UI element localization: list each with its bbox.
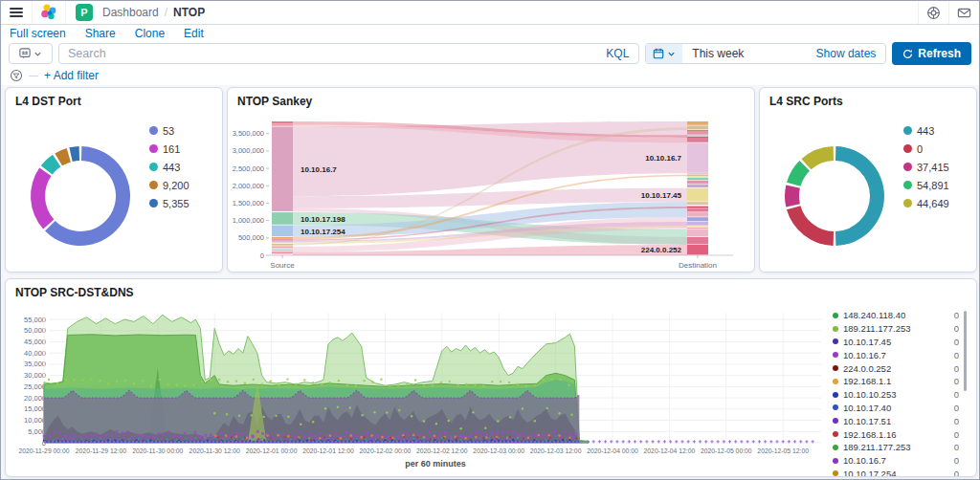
filter-options-icon[interactable]: [10, 69, 23, 82]
legend-item[interactable]: 148.240.118.400: [833, 309, 959, 322]
sankey-node[interactable]: [687, 135, 708, 136]
sankey-node[interactable]: [272, 247, 293, 248]
sankey-node[interactable]: [272, 124, 293, 125]
sankey-node[interactable]: [687, 226, 708, 227]
donut-slice-5,355[interactable]: [69, 146, 79, 162]
add-filter-button[interactable]: + Add filter: [44, 69, 99, 82]
donut-slice-54,891[interactable]: [787, 161, 810, 186]
sankey-node[interactable]: [687, 222, 708, 226]
sankey-node[interactable]: [272, 212, 293, 225]
newsfeed-button[interactable]: [948, 1, 979, 24]
nav-menu-button[interactable]: [1, 1, 32, 24]
legend-item[interactable]: 53: [149, 121, 189, 140]
legend-item[interactable]: 44,649: [903, 194, 949, 212]
full-screen-button[interactable]: Full screen: [10, 27, 66, 40]
sankey-node[interactable]: [272, 226, 293, 237]
legend-item[interactable]: 10.10.17.510: [833, 414, 959, 427]
sankey-node[interactable]: [687, 173, 708, 174]
legend-dot-icon: [833, 470, 838, 476]
sankey-node[interactable]: [272, 242, 293, 243]
clone-button[interactable]: Clone: [135, 27, 165, 40]
legend-item[interactable]: 37,415: [903, 158, 949, 176]
donut-slice-0[interactable]: [787, 206, 834, 246]
space-avatar[interactable]: P: [76, 4, 93, 21]
legend-label: 10.10.10.253: [843, 389, 896, 400]
sankey-node[interactable]: [687, 125, 708, 129]
legend-item[interactable]: 0: [903, 140, 949, 158]
sankey-node[interactable]: [687, 175, 708, 176]
sankey-node[interactable]: [272, 252, 293, 253]
sankey-node[interactable]: [687, 217, 708, 221]
sankey-node[interactable]: [687, 142, 708, 172]
query-language-button[interactable]: KQL: [596, 47, 638, 60]
sankey-node[interactable]: [272, 249, 293, 250]
sankey-node[interactable]: [272, 241, 293, 242]
legend-item[interactable]: 443: [903, 121, 949, 140]
donut-slice-161[interactable]: [31, 168, 54, 229]
sankey-node[interactable]: [272, 125, 293, 126]
sankey-node[interactable]: [687, 202, 708, 205]
sankey-node[interactable]: [687, 121, 708, 125]
help-button[interactable]: [918, 1, 948, 24]
donut-slice-443[interactable]: [835, 146, 884, 246]
legend-item[interactable]: 10.10.17.400: [833, 402, 959, 415]
edit-button[interactable]: Edit: [184, 27, 204, 40]
legend-item[interactable]: 192.168.1.160: [833, 427, 959, 441]
query-bar: KQL This week Show dates Refresh: [1, 42, 979, 65]
sankey-node[interactable]: [687, 138, 708, 142]
sankey-node[interactable]: [687, 229, 708, 236]
legend-dot-icon: [833, 404, 838, 410]
sankey-node[interactable]: [272, 239, 293, 240]
sankey-node[interactable]: [687, 130, 708, 131]
donut-slice-53[interactable]: [45, 146, 130, 246]
sankey-node[interactable]: [687, 185, 708, 187]
saved-query-button[interactable]: [9, 43, 53, 64]
sankey-node[interactable]: [272, 245, 293, 246]
sankey-node[interactable]: [687, 212, 708, 216]
sankey-node[interactable]: [687, 178, 708, 180]
sankey-node[interactable]: [272, 126, 293, 210]
donut-slice-44,649[interactable]: [801, 146, 834, 169]
sankey-node[interactable]: [272, 237, 293, 239]
sankey-node[interactable]: [687, 205, 708, 206]
sankey-node[interactable]: [687, 181, 708, 185]
legend-item[interactable]: 10.10.16.70: [833, 454, 959, 468]
legend-item[interactable]: 189.211.177.2530: [833, 322, 959, 336]
date-quick-select-button[interactable]: [646, 44, 682, 63]
sankey-node[interactable]: [272, 244, 293, 245]
legend-item[interactable]: 189.211.177.2530: [833, 441, 959, 454]
legend-item[interactable]: 10.10.10.2530: [833, 388, 959, 402]
time-range-value[interactable]: This week: [682, 47, 815, 60]
help-icon: [926, 6, 941, 20]
legend-item[interactable]: 9,200: [149, 176, 189, 194]
sankey-node[interactable]: [687, 207, 708, 208]
sankey-node[interactable]: [272, 250, 293, 251]
legend-item[interactable]: 10.10.16.70: [833, 348, 959, 361]
sankey-node[interactable]: [687, 176, 708, 177]
legend-item[interactable]: 10.10.17.450: [833, 336, 959, 349]
legend-item[interactable]: 54,891: [903, 176, 949, 194]
sankey-node[interactable]: [687, 131, 708, 135]
legend-item[interactable]: 443: [149, 158, 189, 176]
legend-item[interactable]: 192.168.1.10: [833, 375, 959, 388]
show-dates-button[interactable]: Show dates: [816, 47, 886, 60]
sankey-node[interactable]: [272, 254, 293, 255]
sankey-node[interactable]: [687, 137, 708, 138]
legend-item[interactable]: 10.10.17.2540: [833, 468, 959, 477]
share-button[interactable]: Share: [85, 27, 116, 40]
sankey-node[interactable]: [687, 208, 708, 211]
legend-item[interactable]: 224.0.0.2520: [833, 361, 959, 375]
legend-scrollbar[interactable]: [964, 311, 967, 391]
sankey-node[interactable]: [687, 228, 708, 229]
elastic-home-button[interactable]: [32, 1, 66, 24]
sankey-node[interactable]: [272, 121, 293, 123]
search-input[interactable]: [59, 47, 596, 60]
refresh-button[interactable]: Refresh: [892, 42, 971, 65]
sankey-node[interactable]: [687, 188, 708, 202]
sankey-node[interactable]: [687, 237, 708, 244]
legend-item[interactable]: 161: [149, 140, 189, 158]
legend-item[interactable]: 5,355: [149, 194, 189, 212]
donut-slice-37,415[interactable]: [785, 185, 800, 207]
breadcrumb-section[interactable]: Dashboard: [102, 6, 159, 19]
sankey-node[interactable]: [687, 245, 708, 254]
